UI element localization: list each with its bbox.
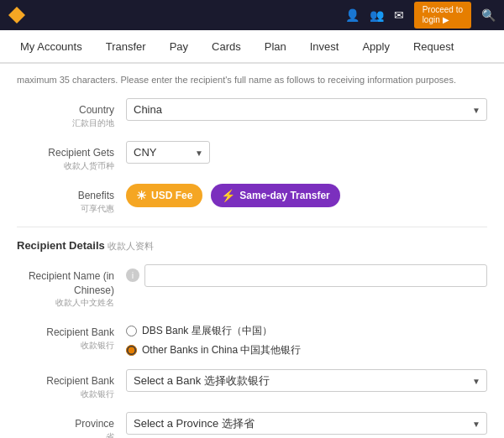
recipient-gets-control: CNY [126,141,487,164]
bank-select[interactable]: Select a Bank 选择收款银行 [126,369,487,392]
nav-my-accounts[interactable]: My Accounts [8,30,94,62]
country-select[interactable]: China [126,98,487,121]
benefits-row: Benefits 可享代惠 ☀ USD Fee ⚡ Same-day Trans… [17,184,487,215]
recipient-bank-radio-group: DBS Bank 星展银行（中国） Other Banks in China 中… [126,321,487,357]
nav-plan[interactable]: Plan [253,30,298,62]
province-label: Province 省 [17,412,126,438]
person-add-icon[interactable]: 👥 [370,8,384,22]
radio-dbs-bank[interactable]: DBS Bank 星展银行（中国） [126,324,487,338]
province-control: Select a Province 选择省 [126,412,487,435]
dbs-logo [8,7,25,23]
zero-fee-label: USD Fee [151,190,192,201]
login-button[interactable]: Proceed to login ▶ [414,2,471,29]
country-row: Country 汇款目的地 China [17,98,487,129]
recipient-bank-select-row: Recipient Bank 收款银行 Select a Bank 选择收款银行 [17,369,487,400]
top-bar-icons: 👤 👥 ✉ Proceed to login ▶ 🔍 [345,2,496,29]
recipient-bank-radio-row: Recipient Bank 收款银行 DBS Bank 星展银行（中国） Ot… [17,321,487,357]
nav-pay[interactable]: Pay [158,30,200,62]
nav-cards[interactable]: Cards [200,30,253,62]
recipient-gets-label: Recipient Gets 收款人货币种 [17,141,126,172]
sun-icon: ☀ [136,189,147,202]
recipient-name-input-wrapper: i [126,264,487,287]
nav-request[interactable]: Request [402,30,465,62]
country-control: China [126,98,487,121]
recipient-name-input[interactable] [144,264,487,287]
bank-select-wrapper: Select a Bank 选择收款银行 [126,369,487,392]
same-day-label: Same-day Transfer [239,190,329,201]
zero-fee-badge[interactable]: ☀ USD Fee [126,184,202,207]
nav-invest[interactable]: Invest [298,30,351,62]
same-day-badge[interactable]: ⚡ Same-day Transfer [211,184,339,207]
person-icon[interactable]: 👤 [345,8,360,22]
province-row: Province 省 Select a Province 选择省 [17,412,487,438]
recipient-bank-select-control: Select a Bank 选择收款银行 [126,369,487,392]
country-select-wrapper: China [126,98,487,121]
navigation-bar: My Accounts Transfer Pay Cards Plan Inve… [0,30,504,64]
recipient-name-label: Recipient Name (in Chinese) 收款人中文姓名 [17,264,126,310]
nav-transfer[interactable]: Transfer [94,30,158,62]
recipient-bank-radio-control: DBS Bank 星展银行（中国） Other Banks in China 中… [126,321,487,357]
radio-other-label: Other Banks in China 中国其他银行 [142,343,301,357]
recipient-name-control: i [126,264,487,287]
lightning-icon: ⚡ [221,189,235,202]
recipient-bank-select-label: Recipient Bank 收款银行 [17,369,126,400]
currency-select[interactable]: CNY [126,141,210,164]
radio-other-bank[interactable]: Other Banks in China 中国其他银行 [126,343,487,357]
country-label: Country 汇款目的地 [17,98,126,129]
benefits-wrapper: ☀ USD Fee ⚡ Same-day Transfer [126,184,487,207]
benefits-label: Benefits 可享代惠 [17,184,126,215]
recipient-bank-radio-label: Recipient Bank 收款银行 [17,321,126,352]
nav-apply[interactable]: Apply [350,30,402,62]
radio-other-input[interactable] [126,345,137,356]
recipient-gets-row: Recipient Gets 收款人货币种 CNY [17,141,487,172]
search-icon[interactable]: 🔍 [481,8,496,22]
currency-select-wrapper: CNY [126,141,210,164]
info-icon[interactable]: i [126,269,139,282]
benefits-control: ☀ USD Fee ⚡ Same-day Transfer [126,184,487,207]
main-content: maximum 35 characters. Please enter the … [0,64,504,438]
radio-dbs-input[interactable] [126,326,137,336]
mail-icon[interactable]: ✉ [394,8,404,22]
top-bar: 👤 👥 ✉ Proceed to login ▶ 🔍 [0,0,504,30]
recipient-details-header: Recipient Details 收款人资料 [17,227,487,253]
province-select-wrapper: Select a Province 选择省 [126,412,487,435]
recipient-name-row: Recipient Name (in Chinese) 收款人中文姓名 i [17,264,487,310]
province-select[interactable]: Select a Province 选择省 [126,412,487,435]
radio-dbs-label: DBS Bank 星展银行（中国） [142,324,272,338]
form-notice: maximum 35 characters. Please enter the … [17,74,487,86]
